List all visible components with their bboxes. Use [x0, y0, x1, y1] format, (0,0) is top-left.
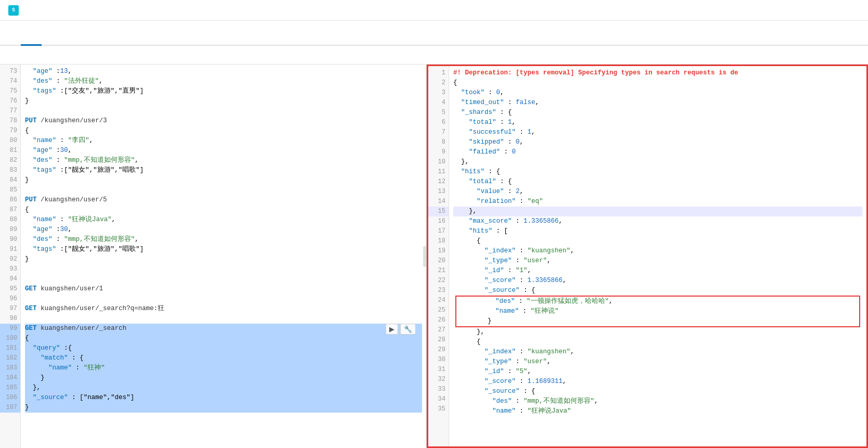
code-line: } [25, 403, 422, 413]
code-line: "age" :30, [25, 146, 422, 156]
response-line: "value" : 2, [453, 187, 862, 197]
tab-bar [0, 21, 868, 46]
right-panel: 1234567891011121314151617181920212223242… [427, 65, 868, 448]
response-line: "name" : "狂神说Java" [453, 406, 862, 416]
response-line: "_source" : { [453, 387, 862, 396]
code-line: "tags" :["交友","旅游","直男"] [25, 86, 422, 96]
main-content: 7374757677787980818283848586878889909192… [0, 65, 868, 448]
code-line: GET kuangshen/user/_search [25, 324, 422, 334]
response-line: "timed_out" : false, [453, 98, 862, 108]
code-line: } [25, 373, 422, 383]
app-icon: S [8, 5, 19, 16]
top-bar: S [0, 0, 868, 21]
response-line: "_score" : 1.1689311, [453, 377, 862, 387]
response-line: "des" : "一顿操作猛如虎，哈哈哈", [456, 297, 859, 306]
response-line: "_type" : "user", [453, 256, 862, 266]
response-line: "_score" : 1.3365866, [453, 276, 862, 286]
code-line: "des" : "mmp,不知道如何形容", [25, 156, 422, 165]
code-line: { [25, 205, 422, 215]
wrench-button[interactable]: 🔧 [400, 324, 416, 335]
response-line: }, [453, 157, 862, 167]
code-line: "name" : "狂神" [25, 363, 422, 373]
response-line: "skipped" : 0, [453, 137, 862, 147]
panel-divider[interactable]: ⋮ [423, 246, 427, 267]
run-buttons: ▶ 🔧 [386, 324, 416, 335]
response-line: "successful" : 1, [453, 127, 862, 137]
response-line: #! Deprecation: [types removal] Specifyi… [453, 68, 862, 78]
response-line: } [456, 316, 859, 326]
response-content[interactable]: #! Deprecation: [types removal] Specifyi… [449, 66, 866, 446]
response-line: "_index" : "kuangshen", [453, 347, 862, 357]
code-line: "_source" : ["name","des"] [25, 393, 422, 403]
response-line: "total" : 1, [453, 118, 862, 127]
response-line: "total" : { [453, 177, 862, 187]
response-line: { [453, 236, 862, 246]
left-panel: 7374757677787980818283848586878889909192… [0, 65, 427, 448]
response-line: "max_score" : 1.3365866, [453, 216, 862, 226]
code-line: { [25, 126, 422, 136]
response-line: "took" : 0, [453, 88, 862, 98]
code-line: }, [25, 383, 422, 393]
response-line: "_type" : "user", [453, 357, 862, 367]
code-line: GET kuangshen/user/_search?q=name:狂 [25, 304, 422, 314]
response-line: { [453, 78, 862, 88]
code-line: "name" : "李四", [25, 136, 422, 146]
response-line: "name" : "狂神说" [456, 306, 859, 316]
code-line: "age" :13, [25, 67, 422, 76]
code-line [25, 274, 422, 284]
tab-search-profiler[interactable] [21, 32, 42, 46]
code-line [25, 106, 422, 116]
code-line: { [25, 334, 422, 343]
response-line: "_id" : "1", [453, 266, 862, 276]
response-line: "failed" : 0 [453, 147, 862, 157]
code-line: "des" : "mmp,不知道如何形容", [25, 235, 422, 245]
code-line: "age" :30, [25, 225, 422, 235]
code-line: } [25, 175, 422, 185]
run-button[interactable]: ▶ [386, 324, 398, 335]
response-line: "_shards" : { [453, 108, 862, 118]
code-line [25, 314, 422, 324]
code-line: "tags" :["靓女","旅游","唱歌"] [25, 245, 422, 254]
response-line: "_id" : "5", [453, 367, 862, 377]
source-box: "des" : "一顿操作猛如虎，哈哈哈", "name" : "狂神说" } [455, 296, 860, 327]
code-line: PUT /kuangshen/user/3 [25, 116, 422, 126]
code-line: PUT /kuangshen/user/5 [25, 195, 422, 205]
response-line: { [453, 337, 862, 347]
code-line: } [25, 96, 422, 106]
line-numbers: 7374757677787980818283848586878889909192… [0, 65, 21, 448]
response-line: "hits" : { [453, 167, 862, 177]
code-line [25, 264, 422, 274]
code-line: "name" : "狂神说Java", [25, 215, 422, 225]
response-line: "relation" : "eq" [453, 197, 862, 207]
code-line [25, 294, 422, 304]
response-line: "hits" : [ [453, 226, 862, 236]
code-line: "tags" :["靓女","旅游","唱歌"] [25, 165, 422, 175]
tab-grok-debugger[interactable] [42, 32, 62, 46]
response-line: "des" : "mmp,不知道如何形容", [453, 396, 862, 406]
code-line: "match" : { [25, 353, 422, 363]
code-editor[interactable]: 7374757677787980818283848586878889909192… [0, 65, 426, 448]
code-line [25, 185, 422, 195]
code-line: "query" :{ [25, 343, 422, 353]
code-line: GET kuangshen/user/1 [25, 284, 422, 294]
response-line: }, [453, 327, 862, 337]
code-line: } [25, 254, 422, 264]
response-line-numbers: 1234567891011121314151617181920212223242… [428, 66, 449, 446]
second-toolbar [0, 46, 868, 65]
response-line: }, [453, 207, 862, 216]
tab-console[interactable] [0, 32, 21, 46]
response-line: "_source" : { [453, 286, 862, 296]
code-line: "des" : "法外狂徒", [25, 76, 422, 86]
code-content[interactable]: "age" :13, "des" : "法外狂徒", "tags" :["交友"… [21, 65, 426, 448]
response-line: "_index" : "kuangshen", [453, 246, 862, 256]
